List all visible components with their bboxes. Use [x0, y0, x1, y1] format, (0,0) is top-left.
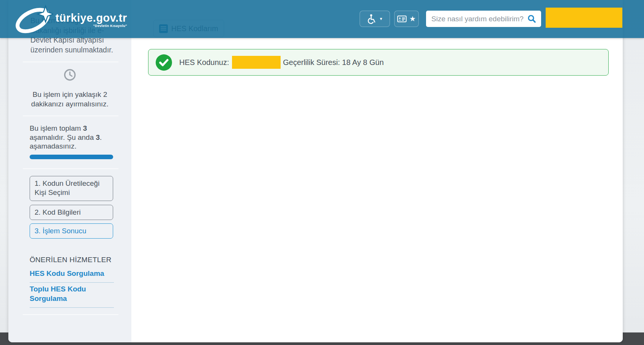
success-check-icon	[156, 54, 172, 71]
step-indicator-3-active: 3. İşlem Sonucu	[30, 223, 113, 239]
total-steps: 3	[83, 124, 87, 132]
progress-note: Bu işlem toplam 3 aşamalıdır. Şu anda 3.…	[30, 124, 115, 151]
divider	[23, 168, 118, 169]
progress-bar	[30, 155, 113, 159]
search-input[interactable]	[431, 15, 527, 23]
clock-icon	[63, 68, 76, 81]
divider	[23, 62, 118, 62]
search-icon	[527, 14, 536, 23]
divider	[23, 314, 118, 315]
current-step: 3	[96, 133, 100, 141]
logo-tagline: "Devletin Kısayolu"	[55, 24, 127, 28]
step-indicator-1: 1. Kodun Üretileceği Kişi Seçimi	[30, 176, 113, 201]
chevron-down-icon: ▼	[379, 17, 383, 21]
edevlet-emblem-icon	[15, 4, 53, 38]
accessibility-menu-button[interactable]: ▼	[360, 11, 390, 27]
id-card-favorites-button[interactable]: ★	[394, 11, 419, 27]
id-card-icon	[397, 15, 407, 23]
search-box	[426, 11, 541, 27]
validity-text: Geçerlilik Süresi: 18 Ay 8 Gün	[283, 58, 384, 67]
logo-title: türkiye.gov.tr	[55, 12, 127, 24]
success-alert: HES Kodunuz: Geçerlilik Süresi: 18 Ay 8 …	[148, 49, 609, 76]
wheelchair-icon	[367, 14, 376, 24]
star-icon: ★	[409, 15, 416, 22]
step-indicator-2: 2. Kod Bilgileri	[30, 205, 113, 220]
user-menu-redacted[interactable]	[546, 8, 622, 28]
top-header: türkiye.gov.tr "Devletin Kısayolu" ▼ ★	[0, 0, 644, 38]
turkiye-gov-tr-logo[interactable]: türkiye.gov.tr "Devletin Kısayolu"	[15, 4, 127, 38]
logo-text-block: türkiye.gov.tr "Devletin Kısayolu"	[55, 12, 127, 28]
sidebar: Bu hizmet Sağlık Bakanlığı işbirliği ile…	[8, 0, 131, 342]
main-content: HES Kodlarım HES Kodunuz: Geçerlilik Sür…	[131, 0, 623, 342]
link-hes-kodu-sorgulama[interactable]: HES Kodu Sorgulama	[30, 269, 114, 283]
divider	[23, 116, 118, 116]
hes-code-label: HES Kodunuz:	[179, 58, 229, 67]
search-button[interactable]	[527, 14, 537, 24]
page-card: Bu hizmet Sağlık Bakanlığı işbirliği ile…	[8, 0, 623, 342]
link-toplu-hes-kodu-sorgulama[interactable]: Toplu HES Kodu Sorgulama	[30, 284, 114, 308]
duration-note: Bu işlem için yaklaşık 2 dakikanızı ayır…	[26, 90, 114, 109]
redacted-hes-code	[232, 56, 281, 69]
suggested-services-title: ÖNERİLEN HİZMETLER	[30, 256, 112, 264]
